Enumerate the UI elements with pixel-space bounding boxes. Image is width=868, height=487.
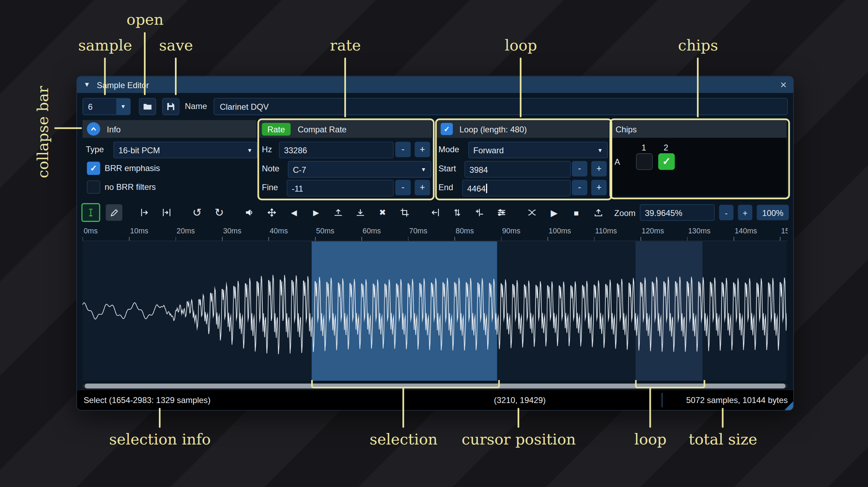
ruler-ticks [83, 237, 788, 241]
resample-icon [162, 208, 172, 218]
chevron-down-icon[interactable]: ▼ [116, 99, 130, 115]
zoom-input[interactable]: 39.9645% [640, 204, 714, 221]
speaker-icon [245, 208, 255, 218]
amplify-button[interactable] [241, 204, 258, 221]
cursor-position-text: (3210, 19429) [494, 395, 546, 404]
no-brr-filters-checkbox[interactable]: ✓ [87, 180, 100, 194]
insert-silence-button[interactable] [330, 204, 347, 221]
ruler-label: 80ms [455, 227, 474, 235]
sample-number-value: 6 [83, 102, 116, 111]
resample-button[interactable] [158, 204, 175, 221]
undo-icon: ↺ [192, 206, 202, 219]
crossfade-loop-button[interactable] [524, 204, 540, 221]
zoom-in-button[interactable]: + [738, 205, 752, 220]
ruler-label: 60ms [363, 227, 381, 235]
zoom-controls: Zoom 39.9645% - + 100% [614, 204, 789, 221]
annotation-bracket-selection [311, 380, 500, 388]
annotation-line [697, 57, 699, 117]
stop-button[interactable]: ■ [568, 204, 585, 221]
resize-button[interactable] [136, 204, 153, 221]
no-brr-filters-label: no BRR filters [105, 179, 156, 195]
reverse-button[interactable] [427, 204, 444, 221]
play-icon: ▶ [551, 207, 558, 218]
sample-number-select[interactable]: 6 ▼ [83, 98, 131, 115]
annotation-line [649, 387, 651, 428]
titlebar[interactable]: ▼ Sample Editor × [77, 76, 793, 93]
close-icon[interactable]: × [780, 79, 787, 90]
ruler-label: 40ms [270, 227, 288, 235]
upload-icon [593, 208, 604, 218]
annotation-selection-info: selection info [109, 431, 211, 448]
annotation-line [402, 387, 404, 428]
select-tool-button[interactable] [82, 203, 100, 222]
open-button[interactable] [139, 98, 156, 115]
total-size-text: 5072 samples, 10144 bytes [686, 395, 788, 404]
timeline-ruler[interactable]: 0ms 10ms 20ms 30ms 40ms 50ms 60ms 70ms 8… [83, 225, 788, 241]
ruler-label: 140ms [735, 227, 757, 235]
chevron-up-icon [89, 124, 98, 133]
toolbar: ↺ ↻ ◀ ▶ ✖ [82, 204, 789, 221]
info-title: Info [107, 124, 121, 134]
annotation-line [517, 408, 519, 428]
zoom-label: Zoom [614, 208, 636, 217]
annotation-save: save [159, 37, 193, 54]
undo-button[interactable]: ↺ [189, 204, 206, 221]
trim-button[interactable] [396, 204, 413, 221]
status-divider [661, 393, 662, 407]
brr-emphasis-checkbox[interactable]: ✓ [87, 162, 100, 175]
signedness-button[interactable] [471, 204, 488, 221]
annotation-box-chips [609, 118, 790, 199]
apply-silence-button[interactable] [352, 204, 369, 221]
collapse-triangle-icon[interactable]: ▼ [84, 81, 90, 88]
triangle-left-icon: ◀ [291, 208, 297, 217]
annotation-line [159, 408, 161, 428]
resize-icon [139, 208, 149, 218]
upload-button[interactable] [590, 204, 607, 221]
zoom-out-button[interactable]: - [719, 205, 733, 220]
name-input[interactable]: Clarinet DQV [214, 98, 788, 115]
preview-button[interactable]: ▶ [546, 204, 562, 221]
ruler-label: 150ms [781, 227, 788, 235]
save-button[interactable] [162, 98, 179, 115]
plus-minus-icon [474, 208, 484, 218]
ruler-label: 10ms [130, 227, 148, 235]
redo-button[interactable]: ↻ [211, 204, 228, 221]
annotation-rate: rate [330, 37, 361, 54]
chevron-down-icon: ▼ [247, 147, 253, 153]
selection-info-text: Select (1654-2983: 1329 samples) [84, 395, 210, 404]
reverse-icon [430, 208, 440, 218]
screenshot-root: ▼ Sample Editor × 6 ▼ Name [0, 0, 868, 487]
annotation-total-size: total size [689, 431, 757, 448]
type-select[interactable]: 16-bit PCM ▼ [114, 142, 258, 159]
draw-tool-button[interactable] [106, 204, 122, 221]
zoom-reset-button[interactable]: 100% [757, 205, 789, 220]
normalize-button[interactable] [263, 204, 280, 221]
ruler-label: 90ms [502, 227, 520, 235]
folder-icon [142, 101, 153, 112]
ruler-label: 110ms [595, 227, 617, 235]
fade-out-button[interactable]: ▶ [308, 204, 324, 221]
invert-icon [452, 208, 462, 218]
annotation-selection: selection [370, 431, 438, 448]
pencil-icon [109, 208, 119, 217]
silence-apply-icon [355, 208, 366, 218]
floppy-icon [166, 101, 176, 112]
triangle-right-icon: ▶ [313, 208, 319, 217]
waveform-view[interactable] [83, 241, 787, 381]
sliders-icon [497, 208, 507, 218]
annotation-box-loop [435, 118, 612, 200]
collapse-bar-button[interactable] [87, 122, 100, 136]
check-icon: ✓ [90, 163, 97, 173]
fade-in-button[interactable]: ◀ [286, 204, 302, 221]
resize-grip[interactable] [784, 401, 793, 410]
delete-button[interactable]: ✖ [374, 204, 391, 221]
crossfade-icon [527, 208, 537, 218]
invert-button[interactable] [449, 204, 466, 221]
crop-icon [400, 208, 410, 218]
waveform-canvas[interactable] [83, 241, 787, 381]
annotation-sample: sample [78, 37, 132, 54]
type-label: Type [86, 142, 104, 157]
annotation-cursor-position: cursor position [462, 431, 576, 448]
filter-button[interactable] [493, 204, 510, 221]
info-section: Info Type 16-bit PCM ▼ ✓ BRR emphasis ✓ … [83, 120, 256, 197]
